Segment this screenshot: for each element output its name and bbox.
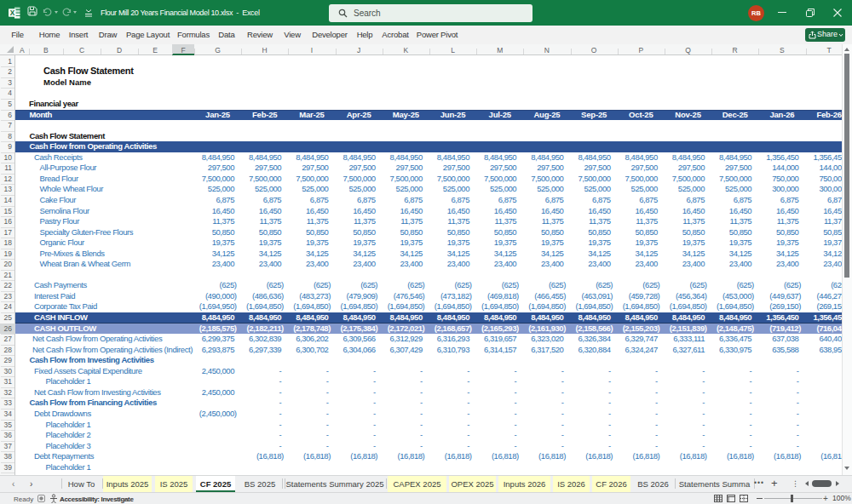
svg-text:X: X bbox=[10, 9, 15, 17]
